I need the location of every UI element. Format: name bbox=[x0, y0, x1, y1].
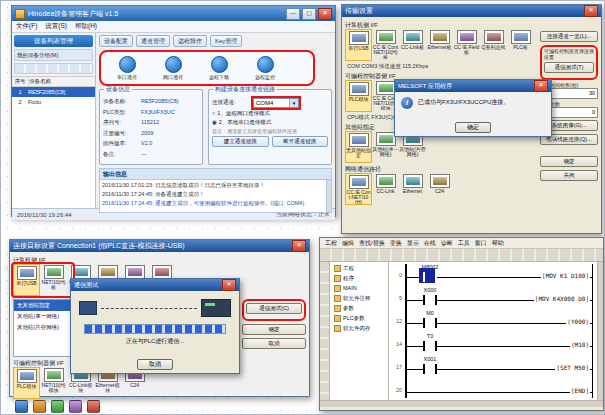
vertical-scrollbar[interactable] bbox=[597, 262, 603, 400]
close-button[interactable]: ✕ bbox=[292, 240, 306, 252]
tab[interactable]: Key管理 bbox=[210, 35, 242, 47]
ladder-rung[interactable]: 12 M0 (Y000) bbox=[389, 308, 597, 331]
tab[interactable]: 设备配置 bbox=[99, 35, 133, 47]
interface-option[interactable]: PLC模块 bbox=[13, 367, 40, 399]
shortcut-icon[interactable] bbox=[33, 400, 46, 413]
interface-option[interactable]: NET/10(H)板 bbox=[40, 264, 67, 296]
device-list-toolbar[interactable] bbox=[14, 63, 93, 74]
contact-symbol[interactable] bbox=[423, 295, 437, 305]
tree-item[interactable]: 工程 bbox=[330, 263, 388, 273]
quick-action[interactable]: 网口透传 bbox=[155, 56, 191, 80]
interface-option[interactable]: CC-Link板 bbox=[399, 29, 426, 61]
mode-radio-1[interactable]: ○ 1、远程网口透传模式 bbox=[212, 109, 328, 118]
communication-test-button[interactable]: 通信测试(T) bbox=[544, 62, 594, 73]
close-button[interactable]: ✕ bbox=[318, 8, 332, 20]
tree-item[interactable]: MAIN bbox=[330, 283, 388, 293]
output-coil[interactable]: (M10) bbox=[570, 341, 590, 348]
ladder-rung[interactable]: 5 X000 [MOV K4X000 D0] bbox=[389, 285, 597, 308]
horizontal-scrollbar[interactable] bbox=[320, 400, 603, 407]
mode-radio-2[interactable]: ◉ 2、本地串口透传模式 bbox=[212, 118, 328, 127]
tree-item[interactable]: 程序 bbox=[330, 273, 388, 283]
ladder-rung[interactable]: 20 [END] bbox=[389, 377, 597, 400]
route-option[interactable]: C24 bbox=[426, 173, 453, 205]
device-row[interactable]: 1 RE5F20B5(C8) bbox=[12, 87, 95, 97]
maximize-button[interactable]: ▢ bbox=[302, 8, 316, 20]
menu-item[interactable]: 查找/替换 bbox=[357, 239, 387, 248]
quick-action[interactable]: 远程监控 bbox=[247, 56, 283, 80]
cancel-button[interactable]: 取消 bbox=[137, 359, 173, 370]
interface-option[interactable]: NET/10(H)模块 bbox=[40, 367, 67, 399]
ladder-rung[interactable]: 0 M8002 [MOV K1 D100] bbox=[389, 262, 597, 285]
titlebar[interactable]: 连接目标设置 Connection1 (假PLC直连-模拟连接-USB) ✕ bbox=[10, 240, 309, 252]
instruction[interactable]: [SET M50] bbox=[555, 364, 590, 371]
tree-item[interactable]: 软元件注释 bbox=[330, 293, 388, 303]
menu-item[interactable]: 变换 bbox=[388, 239, 404, 248]
menu-item[interactable]: 文件(F) bbox=[16, 22, 37, 31]
ok-button[interactable]: 确定 bbox=[455, 122, 491, 133]
menu-item[interactable]: 工具 bbox=[456, 239, 472, 248]
tree-item[interactable]: 软元件内存 bbox=[330, 323, 388, 333]
ok-button[interactable]: 确定 bbox=[242, 324, 306, 335]
titlebar[interactable]: Hinodea设备管理客户端 v1.5 — ▢ ✕ bbox=[12, 6, 335, 21]
connection-test-button[interactable]: 通信测试(C) bbox=[246, 303, 302, 314]
contact-symbol[interactable] bbox=[423, 272, 437, 282]
channel-combo[interactable]: COM4 ▼ bbox=[253, 98, 299, 108]
chevron-down-icon[interactable]: ▼ bbox=[289, 99, 298, 107]
instruction[interactable]: [MOV K4X000 D0] bbox=[534, 295, 590, 302]
quick-action[interactable]: 串口透传 bbox=[109, 56, 145, 80]
menu-item[interactable]: 编辑 bbox=[340, 239, 356, 248]
route-option[interactable]: CC-Link bbox=[372, 173, 399, 205]
tab[interactable]: 远程操作 bbox=[173, 35, 207, 47]
interface-option[interactable]: PLC板 bbox=[507, 29, 534, 61]
ladder-rung[interactable]: 17 X001 [SET M50] bbox=[389, 354, 597, 377]
shortcut-icon[interactable] bbox=[69, 400, 82, 413]
contact-symbol[interactable] bbox=[423, 364, 437, 374]
menu-item[interactable]: 工程 bbox=[323, 239, 339, 248]
interface-option[interactable]: 串行USB bbox=[13, 264, 40, 296]
project-toolbar[interactable] bbox=[320, 262, 330, 400]
output-coil[interactable]: (Y000) bbox=[566, 318, 590, 325]
menu-item[interactable]: 窗口 bbox=[473, 239, 489, 248]
tree-item[interactable]: PLC参数 bbox=[330, 313, 388, 323]
quick-action[interactable]: 远程下载 bbox=[201, 56, 237, 80]
close-button[interactable]: ✕ bbox=[584, 5, 598, 17]
station-option[interactable]: 无其他站指定 bbox=[345, 131, 372, 163]
menu-item[interactable]: 在线 bbox=[422, 239, 438, 248]
interface-option[interactable]: Ethernet板 bbox=[426, 29, 453, 61]
ok-button[interactable]: 确定 bbox=[540, 156, 598, 167]
route-option[interactable]: Ethernet bbox=[399, 173, 426, 205]
shortcut-icon[interactable] bbox=[51, 400, 64, 413]
output-log[interactable]: 2016/11/30 17:01:23: 日志信息读取成功！日志已保存至本地目录… bbox=[99, 180, 332, 213]
minimize-button[interactable]: — bbox=[286, 8, 300, 20]
interface-option[interactable]: PLC模块 bbox=[345, 80, 372, 112]
channel-list-button[interactable]: 连接通道一览(L)... bbox=[540, 31, 598, 42]
cancel-button[interactable]: 取消 bbox=[242, 338, 306, 349]
titlebar[interactable]: 传输设置 ✕ bbox=[342, 5, 601, 17]
shortcut-icon[interactable] bbox=[87, 400, 100, 413]
menu-item[interactable]: 帮助(H) bbox=[75, 22, 97, 31]
toolbar[interactable] bbox=[320, 249, 603, 262]
ladder-editor[interactable]: 0 M8002 [MOV K1 D100] 5 X000 [MOV K4X000… bbox=[389, 262, 597, 400]
device-group-bar[interactable]: 我的设备分组(M) bbox=[14, 49, 93, 61]
close-channel-button[interactable]: 断开通道链接 bbox=[272, 136, 329, 147]
instruction[interactable]: [MOV K1 D100] bbox=[541, 272, 590, 279]
menu-item[interactable]: 显示 bbox=[405, 239, 421, 248]
titlebar[interactable]: 通信测试 ✕ bbox=[71, 279, 239, 291]
open-channel-button[interactable]: 建立通道链接 bbox=[212, 136, 269, 147]
device-row[interactable]: 2 Fictiu bbox=[12, 97, 95, 107]
end-instruction[interactable]: [END] bbox=[570, 387, 590, 394]
menu-item[interactable]: 设置(S) bbox=[45, 22, 67, 31]
contact-symbol[interactable] bbox=[423, 318, 437, 328]
titlebar[interactable]: MELSOFT 应用程序 ✕ bbox=[395, 80, 551, 92]
ladder-rung[interactable]: 14 T0 (M10) bbox=[389, 331, 597, 354]
tab[interactable]: 通道管理 bbox=[136, 35, 170, 47]
tree-item[interactable]: 参数 bbox=[330, 303, 388, 313]
close-dialog-button[interactable]: 关闭 bbox=[540, 170, 598, 181]
close-button[interactable]: ✕ bbox=[534, 80, 548, 92]
menu-item[interactable]: 帮助 bbox=[490, 239, 506, 248]
shortcut-icon[interactable] bbox=[15, 400, 28, 413]
interface-option[interactable]: Q系列总线 bbox=[480, 29, 507, 61]
menu-item[interactable]: 诊断 bbox=[439, 239, 455, 248]
close-button[interactable]: ✕ bbox=[222, 279, 236, 291]
interface-option[interactable]: 串行USB bbox=[345, 29, 372, 61]
